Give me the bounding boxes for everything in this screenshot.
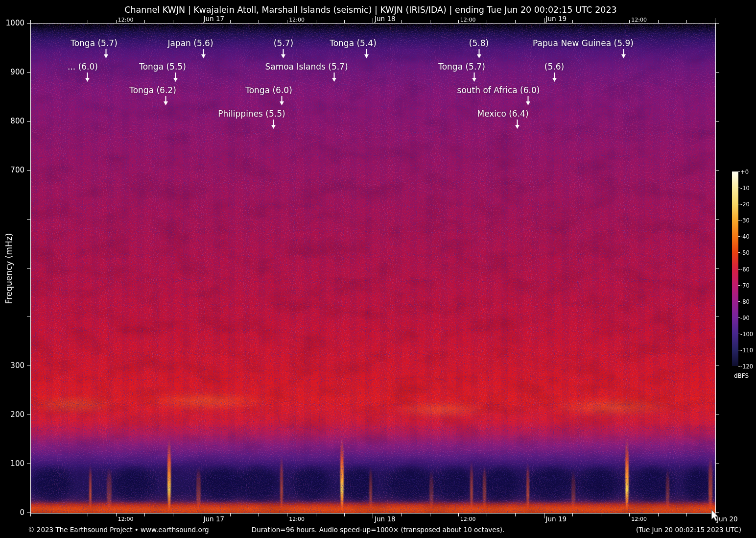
x-tick-top <box>373 18 373 23</box>
event-annotation-label: (5.8) <box>469 38 489 48</box>
event-annotations: Tonga (5.7)Japan (5.6)(5.7)Tonga (5.4)(5… <box>31 24 715 513</box>
x-tick-top <box>116 20 117 23</box>
colorbar-tick <box>738 366 740 367</box>
x-axis-label-bottom: 12:00 <box>118 516 134 522</box>
colorbar-tick-label: -90 <box>740 315 750 321</box>
y-tick-left <box>27 513 30 513</box>
x-tick-bottom <box>430 514 430 516</box>
event-annotation-label: south of Africa (6.0) <box>457 85 540 95</box>
y-tick-right <box>716 464 719 464</box>
colorbar-tick-label: +0 <box>740 169 749 175</box>
x-axis-label-bottom: 12:00 <box>631 516 647 522</box>
colorbar-tick <box>738 188 740 188</box>
y-tick-right <box>716 121 719 122</box>
x-tick-bottom <box>144 514 145 516</box>
colorbar-tick-label: -60 <box>740 266 750 273</box>
x-tick-bottom <box>316 514 316 516</box>
x-tick-bottom <box>30 514 31 516</box>
x-tick-top <box>259 20 259 23</box>
event-annotation-label: Samoa Islands (5.7) <box>265 62 348 72</box>
y-tick-left <box>27 219 30 220</box>
x-tick-top <box>202 18 202 23</box>
x-tick-bottom <box>686 514 687 516</box>
y-tick-right <box>716 366 719 366</box>
x-tick-bottom <box>287 514 287 516</box>
x-axis-label-top: 12:00 <box>289 17 305 23</box>
down-arrow-icon <box>515 120 520 131</box>
y-axis-tick-label: 0 <box>0 508 24 517</box>
x-tick-top <box>515 20 516 23</box>
colorbar-tick-label: -110 <box>740 347 753 354</box>
y-tick-right <box>716 170 719 171</box>
y-axis-tick-label: 1000 <box>0 19 24 27</box>
event-annotation-label: Tonga (5.7) <box>438 62 485 72</box>
colorbar-tick-label: -40 <box>740 233 750 240</box>
x-tick-top <box>287 20 287 23</box>
colorbar-tick <box>738 285 740 286</box>
event-annotation-label: ... (6.0) <box>68 62 98 72</box>
x-axis-label-bottom: 12:00 <box>289 516 305 522</box>
colorbar-tick <box>738 204 740 204</box>
colorbar-tick-label: -80 <box>740 298 750 305</box>
down-arrow-icon <box>281 49 286 60</box>
down-arrow-icon <box>163 96 168 107</box>
colorbar-tick-label: -50 <box>740 249 750 256</box>
y-tick-right <box>716 268 719 269</box>
x-tick-bottom <box>344 514 345 516</box>
x-axis-label-top: Jun 18 <box>375 15 396 23</box>
x-tick-top <box>144 20 145 23</box>
y-tick-left <box>27 121 30 122</box>
mouse-cursor-icon <box>711 510 719 521</box>
spectrogram-figure: Channel KWJN | Kwajalein Atoll, Marshall… <box>0 0 756 538</box>
x-tick-bottom <box>487 514 487 516</box>
colorbar-tick <box>738 236 740 237</box>
y-tick-right <box>716 415 719 415</box>
colorbar-gradient <box>732 171 738 366</box>
y-axis-tick-label: 100 <box>0 459 24 468</box>
down-arrow-icon <box>472 73 477 84</box>
colorbar-tick <box>738 269 740 269</box>
x-tick-top <box>401 20 402 23</box>
x-axis-label-bottom: Jun 18 <box>375 515 396 523</box>
x-tick-bottom <box>544 514 544 518</box>
down-arrow-icon <box>103 49 109 60</box>
x-axis-label-top: 12:00 <box>631 17 647 23</box>
event-annotation-label: Papua New Guinea (5.9) <box>533 38 634 48</box>
down-arrow-icon <box>173 73 178 84</box>
y-tick-left <box>27 23 30 24</box>
x-axis-label-bottom: Jun 20 <box>717 515 738 523</box>
colorbar-tick <box>738 318 740 318</box>
x-tick-bottom <box>373 514 373 518</box>
x-tick-bottom <box>458 514 459 516</box>
x-tick-bottom <box>230 514 231 516</box>
event-annotation-label: Tonga (5.4) <box>330 38 377 48</box>
event-annotation-label: Japan (5.6) <box>167 38 213 48</box>
colorbar-tick-label: -70 <box>740 282 750 289</box>
down-arrow-icon <box>525 96 531 107</box>
colorbar-tick-label: -30 <box>740 217 750 224</box>
x-axis-label-bottom: Jun 17 <box>204 515 225 523</box>
x-tick-top <box>658 20 659 23</box>
colorbar-tick <box>738 171 740 172</box>
y-tick-right <box>716 23 719 24</box>
colorbar-tick <box>738 220 740 220</box>
y-tick-left <box>27 415 30 415</box>
colorbar-tick-label: -120 <box>740 363 753 370</box>
event-annotation-label: (5.7) <box>274 38 293 48</box>
y-tick-left <box>27 268 30 269</box>
x-axis-label-top: Jun 19 <box>546 15 567 23</box>
down-arrow-icon <box>279 96 284 107</box>
down-arrow-icon <box>476 49 482 60</box>
x-axis-label-top: 12:00 <box>460 17 476 23</box>
down-arrow-icon <box>331 73 337 84</box>
x-tick-top <box>173 20 173 23</box>
x-axis-label-bottom: 12:00 <box>460 516 476 522</box>
x-tick-top <box>458 20 459 23</box>
colorbar-unit-label: dBFS <box>730 372 753 379</box>
x-tick-bottom <box>59 514 59 516</box>
x-tick-bottom <box>259 514 259 516</box>
y-tick-right <box>716 72 719 73</box>
event-annotation-label: Tonga (5.5) <box>139 62 186 72</box>
colorbar-tick-label: -20 <box>740 201 750 208</box>
event-annotation-label: Philippines (5.5) <box>218 109 285 119</box>
